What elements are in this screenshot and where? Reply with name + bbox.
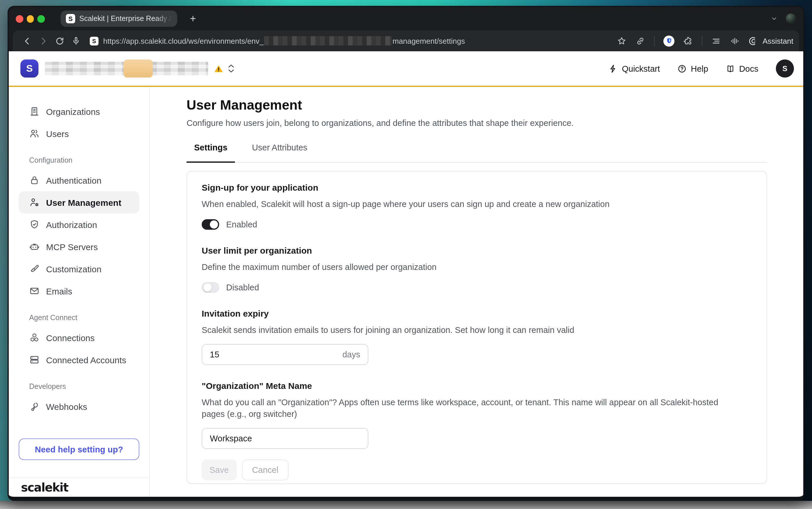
envelope-icon (29, 286, 40, 296)
scalekit-logo: S (21, 60, 38, 77)
sidebar-item-label: MCP Servers (46, 242, 98, 251)
tab-title: Scalekit | Enterprise Ready A (79, 14, 172, 23)
browser-toolbar: S https://app.scalekit.cloud/ws/environm… (13, 30, 799, 51)
sidebar-item-authentication[interactable]: Authentication (19, 169, 139, 191)
sidebar-item-authorization[interactable]: Authorization (19, 213, 139, 236)
back-icon[interactable] (19, 33, 35, 49)
signup-title: Sign-up for your application (202, 182, 752, 194)
invitation-expiry-unit: days (343, 350, 360, 359)
sidebar-item-customization[interactable]: Customization (19, 258, 139, 280)
server-stack-icon (29, 354, 40, 365)
extensions-puzzle-icon[interactable] (683, 36, 693, 46)
toolbar-separator (702, 36, 703, 46)
window-controls (16, 15, 45, 23)
reading-list-icon[interactable] (711, 36, 721, 46)
tab-bar: Settings User Attributes (186, 143, 767, 163)
toggle-knob (203, 283, 211, 292)
maximize-window-button[interactable] (37, 15, 45, 23)
sidebar-item-webhooks[interactable]: Webhooks (19, 395, 139, 417)
main-content: User Management Configure how users join… (150, 87, 803, 497)
org-meta-description: What do you call an "Organization"? Apps… (202, 397, 738, 420)
page-subtitle: Configure how users join, belong to orga… (186, 117, 803, 129)
sidebar-item-label: Webhooks (46, 401, 87, 411)
address-bar[interactable]: S https://app.scalekit.cloud/ws/environm… (90, 36, 617, 45)
docs-button[interactable]: Docs (726, 64, 758, 73)
scalekit-favicon: S (66, 14, 75, 23)
workspace-switcher[interactable] (45, 62, 208, 75)
sidebar-item-label: Connected Accounts (46, 355, 126, 365)
invitation-expiry-description: Scalekit sends invitation emails to user… (202, 324, 752, 336)
sidebar-item-label: User Management (46, 197, 121, 207)
invitation-expiry-input[interactable] (210, 350, 343, 359)
close-window-button[interactable] (16, 15, 23, 23)
new-tab-button[interactable]: + (185, 11, 201, 26)
url-favicon: S (90, 36, 99, 45)
user-limit-toggle-label: Disabled (226, 283, 259, 292)
paintbrush-icon (29, 264, 40, 274)
bookmark-star-icon[interactable] (617, 36, 627, 46)
reload-icon[interactable] (51, 33, 68, 49)
users-icon (29, 128, 40, 139)
tab-settings[interactable]: Settings (186, 143, 235, 162)
sidebar-item-connections[interactable]: Connections (19, 327, 139, 349)
sidebar-item-label: Connections (46, 333, 95, 343)
org-meta-title: "Organization" Meta Name (202, 380, 752, 392)
desktop: S Scalekit | Enterprise Ready A + (0, 0, 812, 509)
bitwarden-extension-icon[interactable] (664, 35, 675, 46)
sidebar-section-configuration: Configuration (29, 151, 149, 169)
sidebar-item-mcp-servers[interactable]: MCP Servers (19, 236, 139, 258)
org-meta-input[interactable] (210, 434, 360, 443)
bolt-icon (608, 64, 618, 73)
building-icon (29, 106, 40, 116)
sidebar-item-label: Authorization (46, 219, 97, 230)
help-button[interactable]: Help (677, 64, 708, 73)
chevron-down-icon[interactable] (771, 15, 778, 22)
quickstart-label: Quickstart (622, 64, 660, 73)
user-limit-title: User limit per organization (202, 245, 752, 257)
lock-icon (29, 175, 40, 185)
invitation-expiry-field[interactable]: days (202, 344, 368, 365)
sidebar-item-user-management[interactable]: User Management (19, 191, 139, 213)
toolbar-separator (654, 36, 655, 46)
sidebar-item-users[interactable]: Users (19, 123, 139, 145)
user-avatar[interactable]: S (776, 60, 794, 77)
assistant-spiral-icon (749, 36, 759, 46)
assistant-button[interactable]: Assistant (749, 36, 793, 46)
url-prefix: https://app.scalekit.cloud/ws/environmen… (103, 36, 264, 45)
sidebar-item-organizations[interactable]: Organizations (19, 100, 139, 123)
sidebar-item-emails[interactable]: Emails (19, 280, 139, 302)
browser-window: S Scalekit | Enterprise Ready A + (8, 6, 804, 501)
sidebar-item-label: Emails (46, 286, 72, 296)
forward-icon[interactable] (35, 33, 51, 49)
robot-icon (29, 241, 40, 252)
sidebar-item-connected-accounts[interactable]: Connected Accounts (19, 349, 139, 371)
browser-tab[interactable]: S Scalekit | Enterprise Ready A (61, 10, 177, 27)
settings-card: Sign-up for your application When enable… (186, 171, 767, 484)
workspace-select-chevrons-icon[interactable] (228, 64, 234, 73)
browser-profile-avatar[interactable] (786, 13, 796, 24)
help-circle-icon (677, 64, 687, 73)
url-suffix: management/settings (393, 36, 465, 45)
webhook-icon (29, 401, 40, 412)
warning-triangle-icon (214, 64, 223, 73)
voice-waveform-icon[interactable] (730, 36, 740, 46)
assistant-label: Assistant (763, 36, 793, 45)
copy-link-icon[interactable] (636, 36, 645, 46)
save-button[interactable]: Save (202, 460, 237, 480)
microphone-icon[interactable] (68, 33, 84, 49)
sidebar-item-label: Users (46, 129, 69, 138)
sidebar-item-label: Authentication (46, 175, 101, 185)
signup-toggle[interactable] (202, 219, 219, 230)
help-label: Help (691, 64, 708, 73)
minimize-window-button[interactable] (27, 15, 34, 23)
user-limit-toggle[interactable] (202, 282, 219, 293)
tab-user-attributes[interactable]: User Attributes (244, 143, 315, 162)
desktop-bottom-strip (0, 501, 812, 509)
quickstart-button[interactable]: Quickstart (608, 64, 660, 73)
org-meta-field[interactable] (202, 428, 368, 449)
need-help-button[interactable]: Need help setting up? (19, 438, 139, 460)
cancel-button[interactable]: Cancel (242, 460, 288, 480)
sidebar-section-agent-connect: Agent Connect (29, 309, 149, 327)
sidebar: Organizations Users Configuration Auth (9, 87, 150, 497)
docs-label: Docs (739, 64, 758, 73)
